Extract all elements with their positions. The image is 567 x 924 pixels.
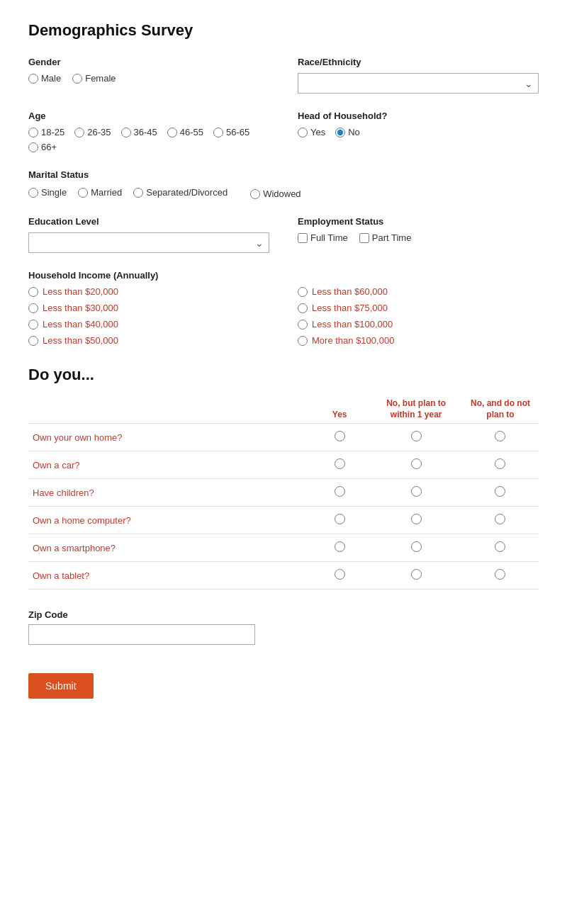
marital-separated-radio[interactable] [133,188,143,198]
income-group: Less than $20,000 Less than $60,000 Less… [28,286,539,346]
age-56-65[interactable]: 56-65 [213,127,249,137]
gender-female[interactable]: Female [72,73,116,84]
do-you-section: Do you... Yes No, but plan to within 1 y… [28,366,539,590]
income-lt30k[interactable]: Less than $30,000 [28,303,269,313]
marital-widowed[interactable]: Widowed [250,188,301,199]
income-lt40k-radio[interactable] [28,320,38,329]
do-you-no-cell[interactable] [462,479,539,507]
do-you-plan-radio[interactable] [411,514,422,524]
age-66-radio[interactable] [28,142,38,152]
income-lt100k-radio[interactable] [298,320,308,329]
income-lt20k[interactable]: Less than $20,000 [28,286,269,297]
hoh-yes[interactable]: Yes [298,127,325,137]
employment-label: Employment Status [298,216,539,227]
do-you-table: Yes No, but plan to within 1 year No, an… [28,395,539,590]
do-you-yes-cell[interactable] [309,479,370,507]
education-select[interactable]: High School Some College Bachelor's Degr… [28,232,269,253]
do-you-yes-radio[interactable] [335,569,345,580]
do-you-yes-cell[interactable] [309,534,370,562]
employment-parttime-checkbox[interactable] [359,233,369,243]
do-you-col-question [28,395,309,424]
do-you-plan-cell[interactable] [370,424,462,451]
marital-married[interactable]: Married [78,187,122,198]
income-gt100k[interactable]: More than $100,000 [298,335,539,346]
do-you-plan-radio[interactable] [411,458,422,469]
do-you-no-cell[interactable] [462,507,539,534]
income-lt50k-radio[interactable] [28,336,38,346]
do-you-yes-cell[interactable] [309,507,370,534]
zip-input[interactable] [28,624,255,645]
do-you-yes-cell[interactable] [309,562,370,590]
income-gt100k-radio[interactable] [298,336,308,346]
submit-button[interactable]: Submit [28,673,94,699]
age-label: Age [28,111,269,121]
income-lt100k[interactable]: Less than $100,000 [298,319,539,329]
age-18-25-radio[interactable] [28,128,38,137]
do-you-no-cell[interactable] [462,562,539,590]
do-you-plan-cell[interactable] [370,534,462,562]
do-you-yes-radio[interactable] [335,514,345,524]
do-you-plan-radio[interactable] [411,431,422,441]
employment-parttime[interactable]: Part Time [359,232,412,243]
do-you-plan-cell[interactable] [370,479,462,507]
do-you-no-cell[interactable] [462,534,539,562]
page-title: Demographics Survey [28,21,539,40]
do-you-no-cell[interactable] [462,424,539,451]
age-46-55[interactable]: 46-55 [167,127,203,137]
age-36-45[interactable]: 36-45 [121,127,157,137]
age-56-65-radio[interactable] [213,128,223,137]
do-you-question: Have children? [28,479,309,507]
age-26-35-radio[interactable] [74,128,84,137]
income-lt30k-radio[interactable] [28,303,38,313]
age-26-35[interactable]: 26-35 [74,127,111,137]
age-36-45-radio[interactable] [121,128,131,137]
do-you-question: Own a home computer? [28,507,309,534]
income-label: Household Income (Annually) [28,270,539,281]
do-you-no-radio[interactable] [495,541,505,552]
marital-separated[interactable]: Separated/Divorced [133,187,228,198]
do-you-yes-radio[interactable] [335,541,345,552]
race-select[interactable]: Hispanic/Latino White Black/African Amer… [298,73,539,94]
do-you-yes-radio[interactable] [335,486,345,497]
marital-married-radio[interactable] [78,188,88,198]
hoh-no[interactable]: No [335,127,360,137]
marital-single-radio[interactable] [28,188,38,198]
income-lt20k-radio[interactable] [28,287,38,297]
do-you-col-no-plan: No, and do not plan to [462,395,539,424]
age-18-25[interactable]: 18-25 [28,127,64,137]
do-you-plan-radio[interactable] [411,541,422,552]
hoh-yes-radio[interactable] [298,128,308,137]
do-you-plan-cell[interactable] [370,507,462,534]
age-46-55-radio[interactable] [167,128,177,137]
employment-fulltime-checkbox[interactable] [298,233,308,243]
income-lt50k[interactable]: Less than $50,000 [28,335,269,346]
age-66plus[interactable]: 66+ [28,142,57,152]
do-you-no-cell[interactable] [462,451,539,479]
do-you-no-radio[interactable] [495,514,505,524]
employment-fulltime[interactable]: Full Time [298,232,348,243]
income-lt40k[interactable]: Less than $40,000 [28,319,269,329]
income-lt60k[interactable]: Less than $60,000 [298,286,539,297]
marital-single[interactable]: Single [28,187,67,198]
do-you-plan-radio[interactable] [411,486,422,497]
income-lt75k[interactable]: Less than $75,000 [298,303,539,313]
do-you-no-radio[interactable] [495,569,505,580]
do-you-plan-cell[interactable] [370,451,462,479]
do-you-no-radio[interactable] [495,486,505,497]
marital-widowed-radio[interactable] [250,189,260,199]
do-you-yes-radio[interactable] [335,431,345,441]
do-you-yes-cell[interactable] [309,424,370,451]
do-you-plan-radio[interactable] [411,569,422,580]
gender-male[interactable]: Male [28,73,61,84]
do-you-yes-radio[interactable] [335,458,345,469]
gender-female-radio[interactable] [72,74,82,84]
income-lt75k-radio[interactable] [298,303,308,313]
do-you-yes-cell[interactable] [309,451,370,479]
do-you-no-radio[interactable] [495,458,505,469]
do-you-plan-cell[interactable] [370,562,462,590]
hoh-no-radio[interactable] [335,128,345,137]
do-you-no-radio[interactable] [495,431,505,441]
income-lt60k-radio[interactable] [298,287,308,297]
race-dropdown-wrapper: Hispanic/Latino White Black/African Amer… [298,73,539,94]
gender-male-radio[interactable] [28,74,38,84]
